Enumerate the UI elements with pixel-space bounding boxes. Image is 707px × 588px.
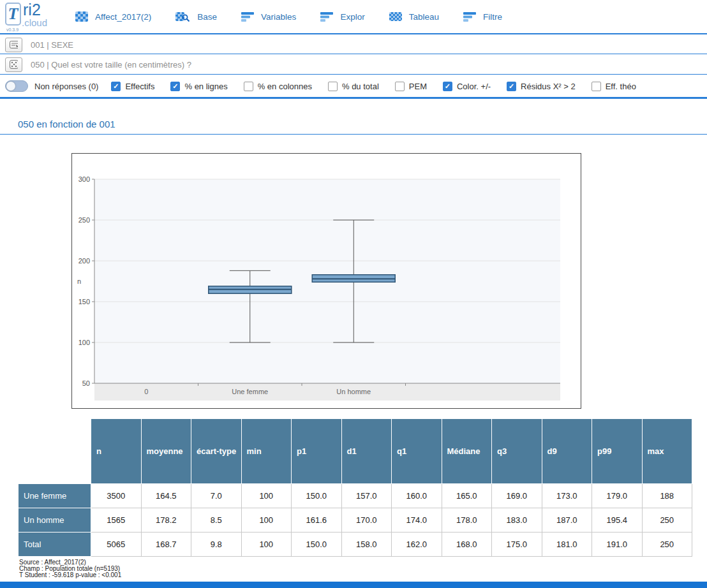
row-header: Un homme	[19, 508, 91, 533]
table-cell: 178.0	[442, 508, 492, 533]
table-cell: 162.0	[392, 533, 442, 557]
column-header-d9: d9	[542, 419, 592, 484]
row-header: Total	[19, 533, 91, 557]
base-grid-search-icon	[175, 12, 190, 21]
top-navigation-bar: T ri2 .cloud v0.3.9 Affect_2017(2) Base …	[0, 0, 707, 34]
svg-text:Un homme: Un homme	[336, 388, 371, 395]
option-r-sidus-x-2[interactable]: Résidus X² > 2	[507, 82, 576, 91]
checkbox-icon[interactable]	[111, 82, 121, 91]
table-cell: 173.0	[542, 484, 592, 508]
version-label: v0.3.9	[6, 27, 19, 32]
column-header-min: min	[241, 419, 292, 484]
nav-item-base[interactable]: Base	[175, 12, 217, 22]
table-cell: 250	[642, 533, 692, 557]
app-root: T ri2 .cloud v0.3.9 Affect_2017(2) Base …	[0, 0, 707, 588]
table-cell: 168.0	[442, 533, 492, 557]
table-cell: 8.5	[191, 508, 242, 533]
nav-label: Variables	[261, 12, 296, 22]
checkbox-icon[interactable]	[443, 82, 452, 91]
tstudent-note: T Student : -59.618 p-value : <0.001	[19, 572, 121, 578]
svg-text:200: 200	[78, 257, 90, 265]
column-header-q3: q3	[492, 419, 542, 484]
variable-050-label: 050 | Quel est votre taille (en centimèt…	[31, 60, 191, 70]
svg-text:0: 0	[144, 388, 148, 395]
svg-text:100: 100	[78, 339, 90, 346]
table-cell: 164.5	[141, 484, 191, 508]
checkbox-icon[interactable]	[592, 82, 601, 91]
table-corner	[19, 419, 91, 484]
variables-bars-icon	[241, 11, 254, 22]
nav-label: Explor	[340, 12, 364, 22]
nav-label: Tableau	[409, 12, 439, 22]
column-header-cart-type: écart-type	[191, 419, 242, 484]
nav-label: Base	[197, 12, 217, 22]
filter-bars-icon	[463, 11, 476, 22]
statistics-table: nmoyenneécart-typeminp1d1q1Médianeq3d9p9…	[18, 418, 692, 557]
column-header-n: n	[91, 419, 142, 484]
svg-text:50: 50	[82, 379, 90, 387]
option-pem[interactable]: PEM	[395, 82, 427, 91]
checkbox-icon[interactable]	[244, 82, 253, 91]
option-en-colonnes[interactable]: % en colonnes	[244, 82, 312, 91]
table-cell: 165.0	[442, 484, 492, 508]
nav-item-explor[interactable]: Explor	[320, 11, 364, 22]
checkbox-icon[interactable]	[170, 82, 180, 91]
logo-cloud-text: .cloud	[22, 17, 47, 28]
variable-row-050: 050 | Quel est votre taille (en centimèt…	[0, 55, 707, 75]
table-cell: 100	[241, 533, 292, 557]
nav-item-tableau[interactable]: Tableau	[389, 12, 439, 22]
checkbox-icon[interactable]	[395, 82, 405, 91]
logo-t-icon: T	[5, 3, 21, 26]
table-row: Total5065168.79.8100150.0158.0162.0168.0…	[19, 533, 692, 557]
nav-label: Affect_2017(2)	[95, 12, 151, 22]
nav-item-variables[interactable]: Variables	[241, 11, 296, 22]
checkbox-label: % en lignes	[184, 82, 227, 91]
main-nav: Affect_2017(2) Base Variables Explor Tab…	[75, 11, 502, 22]
table-cell: 3500	[91, 484, 142, 508]
option-color[interactable]: Color. +/-	[443, 82, 491, 91]
select-variable-icon	[10, 41, 18, 48]
checkbox-label: Color. +/-	[457, 82, 491, 91]
nav-item-filtre[interactable]: Filtre	[463, 11, 502, 22]
dataset-grid-icon	[75, 11, 88, 22]
table-cell: 1565	[91, 508, 142, 533]
column-header-m-diane: Médiane	[442, 419, 492, 484]
checkbox-label: PEM	[409, 82, 427, 91]
table-cell: 183.0	[492, 508, 542, 533]
table-cell: 168.7	[141, 533, 191, 557]
numeric-variable-button[interactable]	[5, 57, 22, 72]
table-grid-icon	[389, 12, 402, 21]
table-cell: 158.0	[341, 533, 392, 557]
variable-row-001: 001 | SEXE	[0, 36, 707, 54]
non-responses-toggle[interactable]	[5, 80, 28, 92]
bottom-accent-bar	[0, 582, 707, 588]
svg-text:250: 250	[78, 216, 90, 224]
boxplot-chart: 50100150200250300n0Une femmeUn homme	[72, 154, 579, 407]
option-effectifs[interactable]: Effectifs	[111, 82, 154, 91]
svg-text:n: n	[77, 277, 81, 285]
option-eff-th-o[interactable]: Eff. théo	[592, 82, 636, 91]
table-cell: 161.6	[292, 508, 342, 533]
option-en-lignes[interactable]: % en lignes	[170, 82, 227, 91]
checkbox-label: Eff. théo	[606, 82, 636, 91]
checkbox-icon[interactable]	[328, 82, 338, 91]
table-cell: 160.0	[392, 484, 442, 508]
table-cell: 175.0	[492, 533, 542, 557]
option-du-total[interactable]: % du total	[328, 82, 379, 91]
checkbox-icon[interactable]	[507, 82, 516, 91]
logo-t-letter: T	[8, 4, 19, 24]
svg-text:Une femme: Une femme	[232, 388, 268, 395]
explor-bars-icon	[320, 11, 333, 22]
table-cell: 7.0	[191, 484, 242, 508]
column-header-max: max	[642, 419, 692, 484]
boxplot-panel: 50100150200250300n0Une femmeUn homme	[71, 153, 581, 409]
options-toolbar: Non réponses (0) Effectifs% en lignes% e…	[0, 75, 707, 99]
checkbox-label: Résidus X² > 2	[521, 82, 576, 91]
table-cell: 170.0	[341, 508, 392, 533]
table-cell: 157.0	[341, 484, 392, 508]
toggle-knob	[6, 82, 15, 91]
table-row: Un homme1565178.28.5100161.6170.0174.017…	[19, 508, 692, 533]
nav-item-affect-2017[interactable]: Affect_2017(2)	[75, 11, 151, 22]
table-cell: 179.0	[592, 484, 643, 508]
select-variable-button[interactable]	[5, 38, 22, 52]
